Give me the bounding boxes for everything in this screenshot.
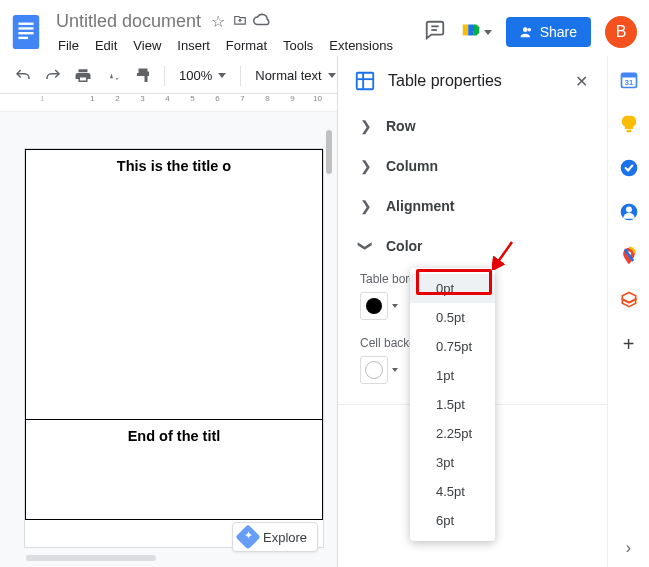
svg-rect-2: [18, 27, 33, 29]
meet-button[interactable]: [460, 19, 492, 45]
chevron-right-icon: ❯: [360, 158, 372, 174]
menu-format[interactable]: Format: [220, 36, 273, 55]
spellcheck-button[interactable]: [100, 63, 126, 89]
panel-title: Table properties: [388, 72, 559, 90]
get-addons-button[interactable]: +: [623, 334, 635, 354]
document-title[interactable]: Untitled document: [52, 9, 205, 34]
share-button[interactable]: Share: [506, 17, 591, 47]
border-width-option[interactable]: 0pt: [410, 274, 495, 303]
cell-bg-swatch[interactable]: [360, 356, 388, 384]
menu-bar: File Edit View Insert Format Tools Exten…: [52, 36, 424, 55]
section-row-label: Row: [386, 118, 416, 134]
style-value: Normal text: [255, 68, 321, 83]
menu-file[interactable]: File: [52, 36, 85, 55]
menu-view[interactable]: View: [127, 36, 167, 55]
addon-icon[interactable]: [619, 290, 639, 310]
border-width-dropdown: 0pt0.5pt0.75pt1pt1.5pt2.25pt3pt4.5pt6pt: [410, 268, 495, 541]
share-label: Share: [540, 24, 577, 40]
section-color[interactable]: ❯ Color: [338, 226, 607, 266]
chevron-down-icon[interactable]: [392, 304, 398, 308]
menu-edit[interactable]: Edit: [89, 36, 123, 55]
svg-point-17: [626, 207, 632, 213]
vertical-scrollbar[interactable]: [326, 130, 332, 174]
svg-rect-12: [621, 73, 636, 77]
table-icon: [354, 70, 376, 92]
menu-extensions[interactable]: Extensions: [323, 36, 399, 55]
horizontal-scrollbar[interactable]: [26, 555, 156, 561]
zoom-select[interactable]: 100%: [173, 68, 232, 83]
side-addon-bar: 31 + ›: [607, 56, 649, 567]
explore-icon: [235, 524, 260, 549]
close-icon[interactable]: ✕: [571, 72, 591, 91]
table-cell-2[interactable]: End of the titl: [26, 420, 323, 520]
comments-icon[interactable]: [424, 19, 446, 45]
explore-label: Explore: [263, 530, 307, 545]
border-width-option[interactable]: 2.25pt: [410, 419, 495, 448]
page: This is the title o End of the titl: [24, 148, 324, 548]
avatar[interactable]: B: [605, 16, 637, 48]
section-color-label: Color: [386, 238, 423, 254]
border-width-option[interactable]: 4.5pt: [410, 477, 495, 506]
undo-button[interactable]: [10, 63, 36, 89]
section-alignment-label: Alignment: [386, 198, 454, 214]
table-cell-1[interactable]: This is the title o: [26, 150, 323, 420]
document-table[interactable]: This is the title o End of the titl: [25, 149, 323, 520]
menu-tools[interactable]: Tools: [277, 36, 319, 55]
chevron-down-icon: ❯: [358, 240, 374, 252]
explore-button[interactable]: Explore: [232, 522, 318, 552]
keep-icon[interactable]: [619, 114, 639, 134]
svg-rect-4: [18, 37, 27, 39]
move-icon[interactable]: [231, 13, 249, 31]
border-width-option[interactable]: 1pt: [410, 361, 495, 390]
section-alignment[interactable]: ❯ Alignment: [338, 186, 607, 226]
zoom-value: 100%: [179, 68, 212, 83]
chevron-right-icon: ❯: [360, 118, 372, 134]
menu-insert[interactable]: Insert: [171, 36, 216, 55]
calendar-icon[interactable]: 31: [619, 70, 639, 90]
paragraph-style-select[interactable]: Normal text: [249, 68, 341, 83]
chevron-down-icon[interactable]: [392, 368, 398, 372]
redo-button[interactable]: [40, 63, 66, 89]
section-column[interactable]: ❯ Column: [338, 146, 607, 186]
app-logo[interactable]: [8, 14, 44, 50]
border-color-swatch[interactable]: [360, 292, 388, 320]
svg-rect-14: [626, 130, 631, 133]
border-width-option[interactable]: 1.5pt: [410, 390, 495, 419]
hide-sidepanel-icon[interactable]: ›: [626, 539, 631, 557]
document-canvas[interactable]: This is the title o End of the titl: [0, 112, 337, 567]
border-width-option[interactable]: 6pt: [410, 506, 495, 535]
maps-icon[interactable]: [619, 246, 639, 266]
print-button[interactable]: [70, 63, 96, 89]
paint-format-button[interactable]: [130, 63, 156, 89]
cloud-status-icon[interactable]: [253, 13, 271, 31]
border-width-option[interactable]: 0.75pt: [410, 332, 495, 361]
section-row[interactable]: ❯ Row: [338, 106, 607, 146]
svg-rect-7: [357, 73, 374, 90]
svg-rect-3: [18, 32, 33, 34]
border-width-option[interactable]: 3pt: [410, 448, 495, 477]
section-column-label: Column: [386, 158, 438, 174]
star-icon[interactable]: ☆: [209, 12, 227, 31]
svg-text:31: 31: [624, 78, 632, 87]
chevron-right-icon: ❯: [360, 198, 372, 214]
tasks-icon[interactable]: [619, 158, 639, 178]
svg-rect-1: [18, 23, 33, 25]
border-width-option[interactable]: 0.5pt: [410, 303, 495, 332]
contacts-icon[interactable]: [619, 202, 639, 222]
